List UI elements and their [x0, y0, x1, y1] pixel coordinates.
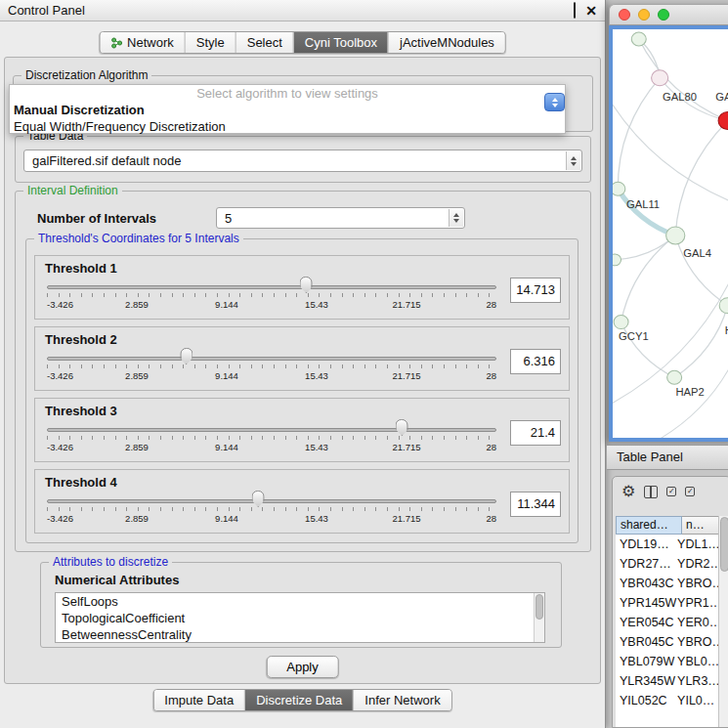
popup-option-equal-width[interactable]: Equal Width/Frequency Discretization	[10, 118, 565, 135]
table-cell[interactable]: YIL0…	[677, 691, 718, 710]
minimize-traffic-light[interactable]	[638, 9, 650, 21]
table-scrollbar[interactable]	[718, 516, 728, 727]
column-header-shared[interactable]: shared…	[616, 516, 682, 535]
tab-discretize-data[interactable]: Discretize Data	[244, 690, 353, 710]
table-cell[interactable]: YLR3…	[677, 671, 718, 691]
window-restore-button[interactable]	[574, 3, 576, 18]
table-cell[interactable]: YER054C	[616, 613, 677, 632]
slider-track[interactable]	[47, 499, 496, 503]
table-cell[interactable]: YBRO…	[677, 632, 718, 652]
network-node[interactable]	[666, 227, 685, 244]
table-cell[interactable]: YLR345W	[616, 671, 677, 691]
table-cell[interactable]: YPR145W	[616, 593, 677, 613]
threshold-panel-2: Threshold 2 6.316 -3.426 2.859 9.144 15.…	[34, 326, 570, 391]
tick-label: 2.859	[125, 370, 149, 381]
table-cell[interactable]: YPR1…	[677, 593, 718, 613]
network-edge[interactable]	[613, 88, 728, 204]
network-node[interactable]	[613, 254, 621, 266]
number-of-intervals-combobox[interactable]: 5	[216, 207, 465, 229]
threshold-value-field[interactable]: 14.713	[510, 278, 561, 303]
algorithm-combo-stepper[interactable]	[544, 93, 565, 111]
table-data-group: Table Data galFiltered.sif default node	[15, 136, 591, 183]
window-titlebar: Control Panel ✕	[0, 0, 605, 21]
network-edge[interactable]	[618, 189, 675, 236]
tab-network[interactable]: Network	[100, 32, 185, 53]
close-traffic-light[interactable]	[619, 9, 630, 21]
tab-jactivemnodules[interactable]: jActiveMNodules	[388, 32, 505, 53]
network-edge[interactable]	[621, 236, 676, 322]
table-row[interactable]: YBR045CYBRO…	[616, 632, 718, 652]
network-edge[interactable]	[674, 306, 728, 378]
threshold-value-field[interactable]: 11.344	[510, 492, 561, 517]
checkbox-icon[interactable]: ✓	[685, 487, 695, 496]
table-cell[interactable]: YBRO…	[677, 574, 718, 593]
gear-icon[interactable]: ⚙	[621, 484, 635, 499]
table-row[interactable]: YBR043CYBRO…	[616, 574, 718, 593]
tab-impute-data[interactable]: Impute Data	[153, 690, 244, 710]
slider-thumb[interactable]	[300, 277, 313, 293]
popup-option-manual-discretization[interactable]: Manual Discretization	[10, 102, 565, 118]
table-panel-title: Table Panel	[617, 450, 683, 464]
threshold-value-field[interactable]: 6.316	[510, 349, 561, 374]
tab-cyni-toolbox[interactable]: Cyni Toolbox	[293, 32, 388, 53]
apply-button[interactable]: Apply	[266, 656, 339, 678]
network-node[interactable]	[631, 32, 646, 46]
tab-label: Network	[127, 35, 174, 50]
tab-select[interactable]: Select	[236, 32, 293, 53]
slider-thumb[interactable]	[252, 491, 265, 507]
table-data-combobox[interactable]: galFiltered.sif default node	[23, 150, 582, 172]
network-node[interactable]	[652, 70, 668, 86]
window-close-button[interactable]: ✕	[585, 4, 597, 18]
column-header-name[interactable]: n…	[682, 516, 723, 535]
network-graph[interactable]: GAL80GAGAL11GAL4GCY1HHAP2	[613, 29, 728, 438]
table-cell[interactable]: YDR27…	[616, 554, 677, 574]
table-row[interactable]: YDR27…YDR2…	[616, 554, 718, 574]
combo-stepper-icon[interactable]	[566, 151, 580, 170]
slider-thumb[interactable]	[180, 348, 193, 364]
table-cell[interactable]: YBL0…	[677, 652, 718, 671]
table-cell[interactable]: YDL1…	[677, 535, 718, 554]
network-node[interactable]	[614, 316, 628, 329]
tab-label: Discretize Data	[256, 693, 342, 707]
network-edge[interactable]	[675, 121, 728, 236]
slider-track[interactable]	[47, 285, 496, 289]
list-item[interactable]: BetweennessCentrality	[56, 626, 544, 643]
network-edge[interactable]	[618, 78, 660, 189]
tick-label: 28	[486, 513, 496, 524]
scrollbar-thumb[interactable]	[535, 594, 543, 620]
scrollbar-thumb[interactable]	[720, 517, 728, 572]
table-cell[interactable]: YIL052C	[616, 691, 677, 710]
tab-infer-network[interactable]: Infer Network	[353, 690, 450, 710]
table-cell[interactable]: YER0…	[677, 613, 718, 632]
slider-track[interactable]	[47, 357, 496, 361]
network-node[interactable]	[718, 112, 728, 130]
slider-track[interactable]	[47, 428, 496, 432]
zoom-traffic-light[interactable]	[658, 9, 669, 21]
network-node[interactable]	[667, 370, 682, 384]
table-row[interactable]: YBL079WYBL0…	[616, 652, 718, 671]
network-node[interactable]	[613, 182, 625, 195]
list-item[interactable]: TopologicalCoefficient	[56, 610, 544, 626]
thresholds-group: Threshold's Coordinates for 5 Intervals …	[25, 238, 578, 543]
table-row[interactable]: YER054CYER0…	[616, 613, 718, 632]
threshold-value-field[interactable]: 21.4	[510, 420, 561, 446]
slider-thumb[interactable]	[396, 419, 408, 436]
table-row[interactable]: YIL052CYIL0…	[616, 691, 718, 710]
table-cell[interactable]: YBR045C	[616, 632, 677, 652]
table-row[interactable]: YPR145WYPR1…	[616, 593, 718, 613]
table-cell[interactable]: YDL19…	[616, 535, 677, 554]
table-cell[interactable]: YBL079W	[616, 652, 677, 671]
tab-style[interactable]: Style	[185, 32, 236, 53]
checkbox-icon[interactable]: ✓	[666, 487, 676, 496]
table-row[interactable]: YDL19…YDL1…	[616, 535, 718, 554]
table-cell[interactable]: YBR043C	[616, 574, 677, 593]
network-canvas[interactable]: GAL80GAGAL11GAL4GCY1HHAP2	[613, 29, 728, 438]
table-row[interactable]: YLR345WYLR3…	[616, 671, 718, 691]
list-scrollbar[interactable]	[534, 593, 544, 642]
network-edge[interactable]	[675, 236, 728, 306]
columns-icon[interactable]	[644, 486, 658, 498]
table-cell[interactable]: YDR2…	[677, 554, 718, 574]
combo-stepper-icon[interactable]	[449, 209, 463, 227]
stepper-down-icon	[552, 104, 558, 107]
list-item[interactable]: SelfLoops	[56, 593, 544, 610]
